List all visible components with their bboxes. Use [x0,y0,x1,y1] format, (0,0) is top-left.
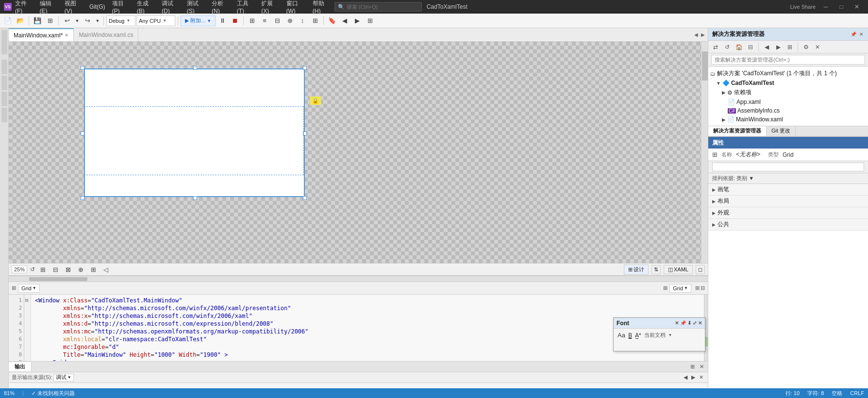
undo-btn[interactable]: ↩ [61,15,73,27]
nav-btn-6[interactable]: ⊞ [309,15,321,27]
tab-scroll-left[interactable]: ◀ [693,31,699,38]
tb-snaplines-btn[interactable]: ⊠ [63,265,73,274]
zoom-reset-btn[interactable]: ↺ [30,266,35,273]
sol-tab-explorer[interactable]: 解决方案资源管理器 [708,126,767,136]
sol-search-box[interactable] [708,53,868,66]
menu-project[interactable]: 项目(P) [109,0,134,16]
tb-margin-btn[interactable]: ⊕ [76,265,85,274]
handle-bottom-center[interactable] [193,196,197,200]
canvas-lock-icon[interactable]: 🔒 [310,96,321,105]
open-btn[interactable]: 📂 [15,15,26,27]
bp-scroll-left-btn[interactable]: ◀ [682,374,689,381]
sol-appxaml-item[interactable]: 📄 App.xaml [708,98,868,106]
menu-git[interactable]: Git(G) [86,2,109,11]
handle-top-left[interactable] [81,66,84,70]
save-btn[interactable]: 💾 [32,15,43,27]
font-panel-float-btn[interactable]: ⤢ [693,320,697,326]
tb-fit-btn[interactable]: ⊞ [38,265,48,274]
font-panel-close-btn[interactable]: ✕ [675,320,679,326]
swap-tab[interactable]: ⇅ [651,265,661,274]
sol-close2-btn[interactable]: ✕ [812,42,823,52]
tab-scroll-right[interactable]: ▶ [700,31,706,38]
bookmark-btn[interactable]: 🔖 [326,15,338,27]
sol-sync-btn[interactable]: ⇄ [710,42,721,52]
debug-config-dropdown[interactable]: Debug▼ [106,16,135,26]
sol-search-input[interactable] [711,55,865,65]
cpu-config-dropdown[interactable]: Any CPU▼ [136,16,175,26]
xaml-expand-down[interactable]: ⊟ [701,285,705,291]
menu-test[interactable]: 测试(S) [184,0,208,16]
canvas-window-frame[interactable] [84,68,305,197]
bp-expand-btn[interactable]: ⊞ [688,363,697,370]
font-aa-btn[interactable]: Aa [618,332,625,339]
handle-top-right[interactable] [303,66,307,70]
bp-scroll-right-btn[interactable]: ▶ [690,374,697,381]
nav-btn-1[interactable]: ⊞ [246,15,258,27]
menu-file[interactable]: 文件(F) [12,0,36,16]
xaml-tab[interactable]: ◫ XAML [664,265,693,274]
redo-dropdown-btn[interactable]: ▼ [94,15,101,27]
search-input[interactable] [347,4,405,10]
font-panel-dock-btn[interactable]: ⬇ [687,320,691,326]
status-spaces[interactable]: 空格 [832,390,842,397]
handle-top-center[interactable] [193,66,197,70]
handle-bottom-left[interactable] [81,196,84,200]
undo-dropdown-btn[interactable]: ▼ [74,15,81,27]
activity-item-3[interactable] [1,76,7,90]
tab-close-1[interactable]: ✕ [65,33,68,38]
nav-btn-5[interactable]: ↕ [297,15,308,27]
sol-assembly-item[interactable]: C# AssemblyInfo.cs [708,106,868,115]
status-encoding[interactable]: CRLF [850,390,864,396]
design-tab[interactable]: ⊞ 设计 [624,265,649,275]
menu-tools[interactable]: 工具(T) [234,0,258,16]
activity-item-2[interactable] [1,60,7,74]
hscrollbar-thumb[interactable] [29,277,87,281]
menu-analyze[interactable]: 分析(N) [208,0,234,16]
handle-right-center[interactable] [303,132,307,135]
font-italic-btn[interactable]: A̲* [635,332,641,339]
new-project-btn[interactable]: 📄 [2,15,14,27]
sol-prev-btn[interactable]: ◀ [761,42,772,52]
nav-btn-2[interactable]: ≡ [259,15,270,27]
zoom-value[interactable]: 25% [12,265,27,273]
prop-cat-common[interactable]: ▶ 公共 [708,219,868,231]
tab-mainwindow-xaml[interactable]: MainWindow.xaml* ✕ [9,28,74,41]
nav-btn-3[interactable]: ⊟ [271,15,283,27]
sol-pin-btn[interactable]: 📌 [850,31,857,37]
status-zoom[interactable]: 81% [4,390,15,396]
xaml-expand-up[interactable]: ⊞ [695,285,700,291]
prop-cat-appearance[interactable]: ▶ 外观 [708,207,868,219]
live-share-button[interactable]: Live Share [790,4,816,10]
sol-mainwindow-item[interactable]: ▶ 📄 MainWindow.xaml [708,115,868,124]
activity-item-1[interactable] [1,30,7,54]
font-panel-pin-btn[interactable]: 📌 [680,320,686,326]
vscrollbar-thumb[interactable] [702,51,708,81]
menu-edit[interactable]: 编辑(E) [36,0,61,16]
close-button[interactable]: ✕ [850,2,864,12]
search-box[interactable]: 🔍 [334,2,422,12]
xaml-right-scope[interactable]: Grid ▼ [669,284,691,293]
tb-artboard-btn[interactable]: ⊞ [88,265,98,274]
sol-close-btn[interactable]: ✕ [858,31,864,37]
font-panel-x-btn[interactable]: ✕ [698,320,702,326]
prop-sort-row[interactable]: 排列依据: 类别 ▼ [708,173,868,184]
bookmark-nav-2[interactable]: ▶ [351,15,363,27]
tab-mainwindow-cs[interactable]: MainWindow.xaml.cs [74,28,138,41]
nav-btn-4[interactable]: ⊕ [284,15,296,27]
sol-filter-btn[interactable]: ⊟ [745,42,756,52]
bookmark-nav-3[interactable]: ⊞ [364,15,376,27]
bookmark-nav-1[interactable]: ◀ [339,15,351,27]
pause-btn[interactable]: ⏸ [217,15,228,27]
stop-btn[interactable]: ⏹ [229,15,241,27]
sol-dependencies-item[interactable]: ▶ ⚙ 依赖项 [708,87,868,98]
menu-window[interactable]: 窗口(W) [283,0,309,16]
save-all-btn[interactable]: ⊞ [44,15,56,27]
tb-expand-btn[interactable]: ◁ [101,265,111,274]
bp-source-select[interactable]: 调试 ▼ [53,374,74,381]
menu-debug[interactable]: 调试(D) [158,0,184,16]
sol-solution-root[interactable]: 🗂 解决方案 'CadToXamlTest' (1 个项目，共 1 个) [708,68,868,79]
minimize-button[interactable]: ─ [818,2,833,12]
run-button[interactable]: ▶ 附加... ▼ [181,16,216,26]
menu-view[interactable]: 视图(V) [61,0,86,16]
tb-grid-btn[interactable]: ⊟ [50,265,60,274]
